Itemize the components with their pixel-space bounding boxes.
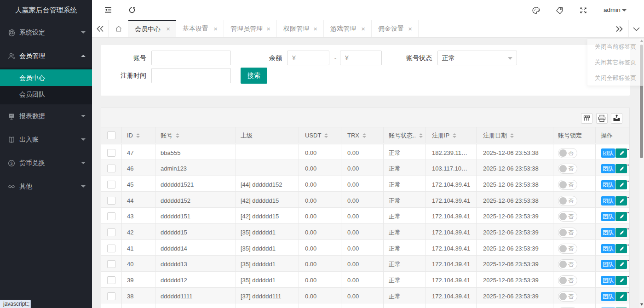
svg-text:$: $ [10, 161, 12, 165]
